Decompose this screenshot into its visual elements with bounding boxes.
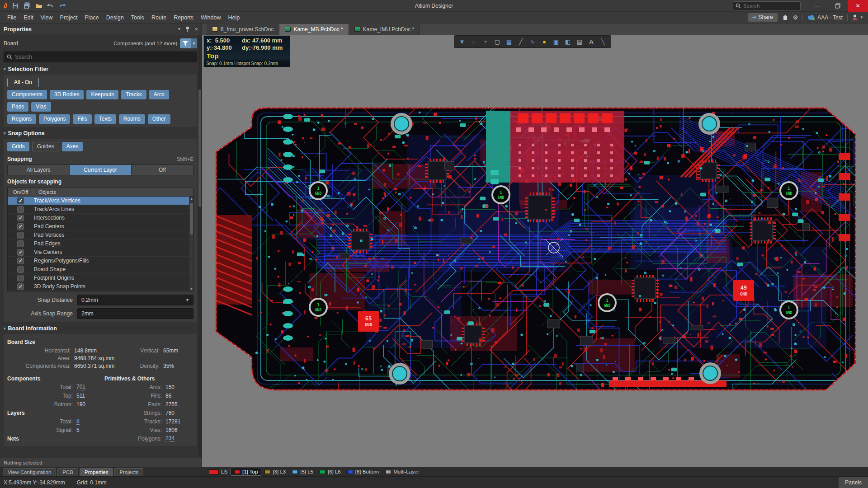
line-tool-icon[interactable]: ╲ [598, 37, 608, 47]
document-tab[interactable]: 6_fmu_power.SchDoc [207, 24, 279, 35]
snap-object-row[interactable]: ✓ Pad Centers [8, 222, 193, 231]
components-total-link[interactable]: 701 [76, 384, 85, 390]
board-information-header[interactable]: ▾ Board Information [4, 325, 197, 332]
board-grid-icon[interactable]: ▦ [504, 37, 514, 47]
layer-tab[interactable]: [1] Top [231, 468, 261, 476]
checkbox[interactable]: ✓ [17, 275, 24, 282]
selection-filter-header[interactable]: ▾ Selection Filter [4, 66, 197, 72]
lasso-select-icon[interactable]: ◌ [469, 37, 479, 47]
workspace-account[interactable]: AAA - Test [807, 14, 843, 21]
polygons-link[interactable]: 234 [165, 436, 175, 442]
snap-toggle-button[interactable]: Guides [32, 142, 59, 151]
panel-tab[interactable]: Projects [114, 468, 143, 476]
filter-type-button[interactable]: Tracks [121, 90, 146, 99]
panel-scrollbar[interactable] [198, 35, 202, 457]
menu-item[interactable]: Project [57, 13, 81, 23]
menu-item[interactable]: Window [197, 13, 224, 23]
snap-toggle-button[interactable]: Grids [7, 142, 29, 151]
chart-icon[interactable]: ▤ [575, 37, 585, 47]
checkbox[interactable]: ✓ [17, 215, 24, 221]
menu-item[interactable]: Tools [127, 13, 148, 23]
undo-icon[interactable] [47, 2, 54, 9]
layer-tab[interactable]: Multi-Layer [382, 468, 422, 475]
checkbox[interactable]: ✓ [17, 249, 24, 256]
document-tab[interactable]: Kame_IMU.PcbDoc * [349, 24, 420, 35]
scrollbar-thumb[interactable] [190, 203, 193, 235]
text-tool-icon[interactable]: A [586, 37, 596, 47]
snap-object-row[interactable]: ✓ Via Centers [8, 248, 193, 257]
snapping-mode-option[interactable]: Current Layer [70, 165, 132, 175]
redo-icon[interactable] [59, 2, 66, 9]
menu-item[interactable]: Place [81, 13, 102, 23]
image-overlay-icon[interactable]: ▣ [551, 37, 561, 47]
snap-object-row[interactable]: ✓ Track/Arcs Lines [8, 205, 193, 214]
checkbox[interactable]: ✓ [17, 206, 24, 213]
restore-button[interactable] [827, 0, 848, 12]
filter-type-button[interactable]: Pads [7, 102, 28, 112]
mask-icon[interactable]: ◧ [563, 37, 573, 47]
arc-tool-icon[interactable]: ∿ [528, 37, 538, 47]
filter-type-button[interactable]: 3D Bodies [50, 90, 84, 99]
filter-type-button[interactable]: Arcs [149, 90, 169, 99]
pcb-editor-canvas[interactable]: 1GND1GND1GND1GND1GND1GND49GND65GND x: 5.… [202, 35, 868, 467]
minimize-button[interactable]: — [807, 0, 827, 12]
checkbox[interactable]: ✓ [17, 240, 24, 247]
user-menu[interactable]: ▼ [852, 14, 863, 20]
global-search-box[interactable] [733, 1, 801, 10]
menu-item[interactable]: Help [224, 13, 243, 23]
panel-search-input[interactable] [15, 54, 178, 60]
layers-total-link[interactable]: 8 [76, 418, 80, 425]
share-button[interactable]: Share [748, 13, 778, 22]
home-icon[interactable] [782, 14, 788, 20]
layer-tab[interactable]: LS [206, 468, 231, 475]
marquee-select-icon[interactable]: ▢ [492, 37, 502, 47]
panels-button[interactable]: Panels [839, 477, 868, 488]
scrollbar-thumb[interactable] [198, 89, 201, 207]
snap-object-row[interactable]: ✓ Pad Edges [8, 239, 193, 248]
layer-tab[interactable]: [5] L5 [289, 468, 316, 475]
checkbox[interactable]: ✓ [17, 232, 24, 239]
menu-item[interactable]: Edit [20, 13, 37, 23]
filter-type-button[interactable]: Vias [31, 102, 51, 112]
filter-type-button[interactable]: Regions [7, 114, 36, 124]
close-icon[interactable]: × [194, 26, 198, 33]
snap-object-row[interactable]: ✓ Regions/Polygons/Fills [8, 257, 193, 265]
checkbox[interactable]: ✓ [17, 266, 24, 273]
layer-tab[interactable]: [3] L3 [261, 468, 289, 475]
axis-snap-range-input[interactable]: 2mm [77, 308, 193, 319]
snap-distance-select[interactable]: 0.2mm ▼ [77, 295, 193, 305]
checkbox[interactable]: ✓ [17, 197, 24, 204]
close-button[interactable]: ✕ [848, 0, 868, 12]
filter-type-button[interactable]: Keepouts [86, 90, 118, 99]
layer-tab[interactable]: [8] Bottom [344, 468, 382, 475]
document-tab[interactable]: Kame_MB.PcbDoc * [279, 24, 349, 35]
open-folder-icon[interactable] [35, 2, 42, 9]
snap-object-row[interactable]: ✓ Track/Arcs Vertices [8, 197, 193, 205]
panel-tab[interactable]: Properties [80, 468, 113, 476]
snap-object-row[interactable]: ✓ Footprint Origins [8, 274, 193, 282]
menu-item[interactable]: Design [103, 13, 127, 23]
menu-item[interactable]: Reports [170, 13, 197, 23]
panel-tab[interactable]: PCB [57, 468, 78, 476]
snap-object-row[interactable]: ✓ 3D Body Snap Points [8, 282, 193, 291]
menu-item[interactable]: File [4, 13, 20, 23]
layer-tab[interactable]: [6] L6 [316, 468, 344, 475]
snap-options-header[interactable]: ▾ Snap Options [4, 130, 197, 136]
snap-toggle-button[interactable]: Axes [62, 142, 83, 151]
snapping-mode-option[interactable]: Off [132, 165, 193, 175]
checkbox[interactable]: ✓ [17, 258, 24, 264]
snap-object-row[interactable]: ✓ Pad Vertices [8, 231, 193, 239]
column-header-onoff[interactable]: On/Off [8, 189, 34, 195]
snapping-mode-option[interactable]: All Layers [8, 165, 70, 175]
settings-gear-icon[interactable]: ⚙ [793, 14, 798, 21]
save-all-icon[interactable] [24, 2, 31, 9]
filter-type-button[interactable]: Rooms [119, 114, 145, 124]
selection-filter-button[interactable]: ▼ [180, 38, 197, 48]
checkbox[interactable]: ✓ [17, 223, 24, 230]
panel-search-box[interactable] [4, 52, 197, 62]
filter-type-button[interactable]: Components [7, 90, 47, 99]
move-icon[interactable]: + [481, 37, 491, 47]
pcb-board-view[interactable]: 1GND1GND1GND1GND1GND1GND49GND65GND [202, 35, 868, 467]
panel-tab[interactable]: View Configuration [3, 468, 56, 476]
column-header-objects[interactable]: Objects [34, 189, 56, 195]
